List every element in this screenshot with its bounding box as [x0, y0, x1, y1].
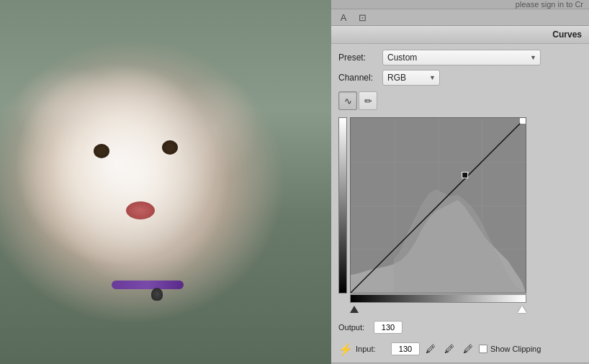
black-point-slider[interactable] — [350, 306, 359, 313]
right-panel: please sign in to Cr A ⊡ Curves Preset: … — [331, 0, 589, 364]
channel-dropdown[interactable]: RGB ▼ — [382, 70, 440, 86]
dog-collar — [112, 281, 184, 289]
dog-fur — [0, 0, 331, 364]
input-controls-row: ⚡ Input: 🖉 🖉 🖉 Show Clipping — [338, 341, 582, 357]
panel-icon-a[interactable]: A — [336, 9, 351, 25]
channel-label: Channel: — [338, 73, 378, 83]
preset-value: Custom — [387, 53, 417, 63]
brightness-strip — [338, 117, 347, 294]
preset-row: Preset: Custom ▼ — [338, 50, 582, 65]
pencil-tool-button[interactable]: ✏ — [359, 91, 377, 110]
dog-tag — [151, 288, 163, 301]
curve-tool-button[interactable]: ∿ — [338, 91, 357, 110]
curve-line — [351, 118, 526, 293]
preset-dropdown[interactable]: Custom ▼ — [382, 50, 541, 65]
curves-graph-container — [338, 117, 582, 315]
photo-area — [0, 0, 331, 364]
white-point-slider[interactable] — [518, 306, 526, 313]
curves-title: Curves — [331, 26, 589, 44]
white-eyedropper-button[interactable]: 🖉 — [460, 341, 476, 357]
preset-label: Preset: — [338, 53, 378, 63]
dog-photo — [0, 0, 331, 364]
panel-icons-row: A ⊡ — [331, 9, 589, 26]
dog-nose — [126, 201, 155, 219]
black-eyedropper-button[interactable]: 🖉 — [423, 341, 439, 357]
curves-panel: Curves Preset: Custom ▼ Channel: RGB ▼ — [331, 26, 589, 363]
output-input[interactable] — [374, 321, 403, 334]
channel-row: Channel: RGB ▼ — [338, 70, 582, 86]
show-clipping-checkbox[interactable] — [479, 345, 487, 353]
top-bar: please sign in to Cr — [331, 0, 589, 9]
gradient-strip — [350, 294, 526, 303]
dog-eye-left — [94, 144, 109, 158]
gray-eyedropper-button[interactable]: 🖉 — [441, 341, 457, 357]
output-row: Output: — [338, 321, 582, 334]
preset-arrow-icon: ▼ — [530, 54, 536, 61]
channel-value: RGB — [387, 73, 406, 83]
tool-buttons: ∿ ✏ — [338, 90, 582, 112]
channel-arrow-icon: ▼ — [429, 74, 436, 81]
show-clipping-text: Show Clipping — [490, 345, 541, 353]
show-clipping-label[interactable]: Show Clipping — [479, 345, 541, 353]
auto-icon[interactable]: ⚡ — [338, 342, 353, 356]
brightness-gradient — [338, 117, 347, 294]
corner-box — [520, 118, 526, 124]
graph-and-gradient — [350, 117, 526, 315]
curves-graph[interactable] — [350, 117, 526, 294]
dog-eye-right — [162, 140, 178, 155]
control-point-marker — [462, 172, 468, 178]
curves-content: Preset: Custom ▼ Channel: RGB ▼ ∿ ✏ — [331, 44, 589, 363]
curve-svg — [351, 118, 526, 293]
output-label: Output: — [338, 323, 371, 332]
slider-row — [350, 304, 526, 315]
signin-text: please sign in to Cr — [516, 0, 583, 9]
panel-icon-camera[interactable]: ⊡ — [354, 9, 370, 25]
input-label: Input: — [356, 345, 388, 353]
input-input[interactable] — [391, 342, 420, 355]
